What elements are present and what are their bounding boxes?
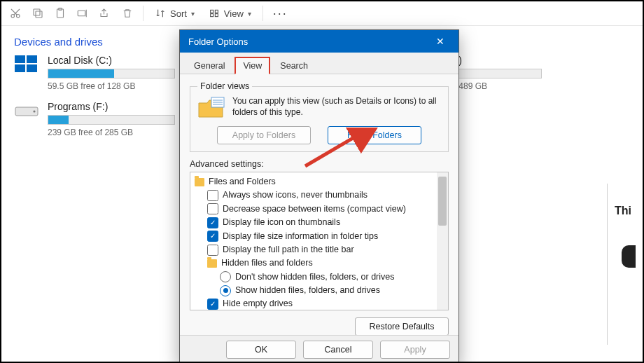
sort-button[interactable]: Sort ▾ bbox=[148, 4, 202, 23]
apply-button[interactable]: Apply bbox=[380, 341, 450, 359]
svg-rect-8 bbox=[215, 10, 218, 13]
ok-button[interactable]: OK bbox=[226, 341, 296, 359]
svg-rect-10 bbox=[215, 14, 218, 17]
radio[interactable] bbox=[220, 285, 231, 296]
rename-icon[interactable] bbox=[71, 4, 94, 23]
cut-icon[interactable] bbox=[4, 4, 27, 23]
usage-bar bbox=[48, 115, 175, 125]
opt-always-show-icons[interactable]: Always show icons, never thumbnails bbox=[195, 189, 444, 202]
opt-display-file-size[interactable]: Display file size information in folder … bbox=[195, 230, 444, 243]
apply-to-folders-button[interactable]: Apply to Folders bbox=[217, 126, 311, 144]
usage-bar bbox=[449, 69, 542, 78]
tree-root: Files and Folders bbox=[195, 175, 444, 189]
scroll-thumb[interactable] bbox=[438, 177, 447, 226]
opt-show-hidden[interactable]: Show hidden files, folders, and drives bbox=[195, 284, 444, 297]
dialog-tabs: General View Search bbox=[180, 53, 458, 74]
toolbar-separator bbox=[143, 6, 144, 21]
dialog-footer: OK Cancel Apply bbox=[180, 335, 458, 363]
tab-general[interactable]: General bbox=[187, 58, 232, 74]
drive-e[interactable]: E:) of 489 GB bbox=[449, 55, 542, 91]
checkbox[interactable] bbox=[207, 231, 218, 242]
paste-icon[interactable] bbox=[49, 4, 71, 23]
radio[interactable] bbox=[220, 271, 231, 282]
more-button[interactable]: ··· bbox=[267, 6, 293, 21]
folder-views-group: Folder views You can apply this view (su… bbox=[190, 81, 449, 152]
opt-dont-show-hidden[interactable]: Don't show hidden files, folders, or dri… bbox=[195, 270, 444, 284]
advanced-settings-tree[interactable]: Files and Folders Always show icons, nev… bbox=[190, 172, 449, 310]
restore-defaults-button[interactable]: Restore Defaults bbox=[355, 317, 449, 335]
reset-folders-button[interactable]: Reset Folders bbox=[328, 126, 421, 144]
svg-rect-9 bbox=[211, 14, 214, 17]
explorer-toolbar: Sort ▾ View ▾ ··· bbox=[1, 1, 643, 26]
folder-icon bbox=[195, 178, 204, 186]
drive-sub: 59.5 GB free of 128 GB bbox=[48, 81, 175, 91]
drive-sub: 239 GB free of 285 GB bbox=[48, 128, 175, 137]
svg-point-16 bbox=[33, 110, 35, 112]
svg-rect-6 bbox=[78, 11, 85, 16]
advanced-settings-label: Advanced settings: bbox=[190, 159, 449, 169]
folder-icon bbox=[207, 259, 217, 268]
chevron-down-icon: ▾ bbox=[248, 10, 251, 18]
folder-views-text: You can apply this view (such as Details… bbox=[232, 95, 441, 118]
delete-icon[interactable] bbox=[116, 4, 139, 23]
hdd-icon bbox=[14, 101, 39, 121]
tree-scrollbar[interactable] bbox=[437, 172, 448, 310]
svg-rect-11 bbox=[15, 55, 25, 63]
drive-sub: of 489 GB bbox=[449, 81, 542, 91]
svg-rect-3 bbox=[34, 9, 40, 15]
details-pane-clipped: Thi bbox=[607, 184, 643, 345]
svg-rect-14 bbox=[27, 64, 37, 72]
drive-local-c[interactable]: Local Disk (C:) 59.5 GB free of 128 GB bbox=[48, 55, 175, 91]
tab-view[interactable]: View bbox=[234, 57, 270, 74]
drive-name: E:) bbox=[449, 55, 542, 66]
dialog-body: Folder views You can apply this view (su… bbox=[180, 74, 458, 335]
usage-fill bbox=[48, 69, 114, 78]
close-button[interactable]: ✕ bbox=[430, 32, 450, 51]
checkbox[interactable] bbox=[207, 190, 218, 201]
details-heading: Thi bbox=[615, 205, 643, 217]
svg-rect-2 bbox=[36, 11, 42, 18]
opt-hide-empty-drives[interactable]: Hide empty drives bbox=[195, 297, 444, 310]
opt-display-file-icon[interactable]: Display file icon on thumbnails bbox=[195, 216, 444, 229]
svg-rect-13 bbox=[15, 64, 25, 72]
view-button[interactable]: View ▾ bbox=[202, 4, 258, 23]
opt-display-full-path[interactable]: Display the full path in the title bar bbox=[195, 243, 444, 256]
os-drive-icon bbox=[14, 55, 39, 74]
drive-name: Programs (F:) bbox=[48, 101, 175, 112]
drive-programs-f[interactable]: Programs (F:) 239 GB free of 285 GB bbox=[48, 101, 175, 137]
side-handle bbox=[622, 245, 636, 268]
checkbox[interactable] bbox=[207, 245, 218, 256]
folder-options-dialog: Folder Options ✕ General View Search Fol… bbox=[179, 29, 459, 363]
tree-hidden-group: Hidden files and folders bbox=[195, 256, 444, 270]
folder-views-legend: Folder views bbox=[197, 81, 252, 91]
usage-bar bbox=[48, 69, 175, 78]
toolbar-separator bbox=[262, 6, 263, 21]
sort-label: Sort bbox=[170, 8, 187, 19]
chevron-down-icon: ▾ bbox=[191, 10, 195, 18]
dialog-titlebar[interactable]: Folder Options ✕ bbox=[180, 30, 458, 53]
checkbox[interactable] bbox=[207, 203, 218, 214]
opt-decrease-space[interactable]: Decrease space between items (compact vi… bbox=[195, 203, 444, 216]
drive-name: Local Disk (C:) bbox=[48, 55, 175, 66]
view-label: View bbox=[224, 8, 244, 19]
dialog-title: Folder Options bbox=[188, 36, 248, 47]
usage-fill bbox=[48, 116, 69, 124]
folder-view-icon bbox=[197, 95, 225, 121]
checkbox[interactable] bbox=[207, 217, 218, 228]
svg-rect-7 bbox=[211, 10, 214, 13]
copy-icon[interactable] bbox=[27, 4, 49, 23]
checkbox[interactable] bbox=[207, 299, 218, 310]
svg-rect-12 bbox=[27, 55, 37, 63]
cancel-button[interactable]: Cancel bbox=[303, 341, 373, 359]
tab-search[interactable]: Search bbox=[273, 58, 315, 74]
share-icon[interactable] bbox=[94, 4, 116, 23]
